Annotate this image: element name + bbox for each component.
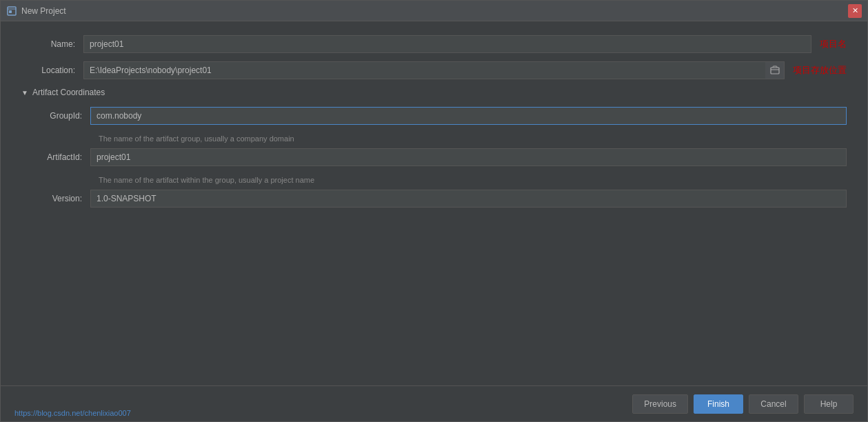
groupid-field [90, 107, 847, 125]
svg-rect-3 [771, 68, 779, 74]
section-toggle[interactable]: ▼ [21, 89, 28, 97]
name-row: Name: 项目名 [21, 35, 847, 53]
previous-button[interactable]: Previous [632, 394, 688, 414]
name-field: 项目名 [83, 35, 847, 53]
svg-rect-2 [9, 10, 12, 13]
location-row: Location: 项目存放位置 [21, 61, 847, 79]
groupid-label: GroupId: [28, 111, 90, 121]
artifactid-field [90, 148, 847, 166]
dialog-footer: https://blog.csdn.net/chenlixiao007 Prev… [1, 385, 867, 421]
name-annotation: 项目名 [820, 38, 847, 50]
name-label: Name: [21, 39, 83, 49]
location-annotation: 项目存放位置 [793, 64, 847, 77]
artifact-coordinates-section: ▼ Artifact Coordinates [21, 88, 847, 97]
dialog-title: New Project [21, 6, 66, 16]
dialog-icon [6, 6, 17, 17]
version-label: Version: [28, 194, 90, 203]
artifact-coordinates-content: GroupId: The name of the artifact group,… [21, 107, 847, 208]
section-title: Artifact Coordinates [32, 88, 105, 97]
version-input[interactable] [90, 190, 847, 208]
version-field [90, 190, 847, 208]
help-button[interactable]: Help [804, 394, 854, 414]
artifactid-label: ArtifactId: [28, 152, 90, 162]
artifactid-input[interactable] [90, 148, 847, 166]
groupid-input[interactable] [90, 107, 847, 125]
close-button[interactable]: ✕ [848, 4, 862, 18]
cancel-button[interactable]: Cancel [749, 394, 798, 414]
artifactid-hint: The name of the artifact within the grou… [37, 174, 847, 190]
new-project-dialog: New Project ✕ Name: 项目名 Location: [0, 0, 868, 422]
location-input-group [83, 61, 785, 79]
location-label: Location: [21, 66, 83, 75]
location-field: 项目存放位置 [83, 61, 847, 79]
dialog-content: Name: 项目名 Location: [1, 21, 867, 385]
version-row: Version: [28, 190, 847, 208]
groupid-hint: The name of the artifact group, usually … [37, 133, 847, 148]
titlebar: New Project ✕ [1, 1, 867, 21]
location-input[interactable] [83, 61, 765, 79]
name-input[interactable] [83, 35, 811, 53]
groupid-row: GroupId: [28, 107, 847, 125]
browse-button[interactable] [765, 61, 785, 79]
close-icon: ✕ [852, 6, 858, 15]
finish-button[interactable]: Finish [694, 394, 743, 414]
artifactid-row: ArtifactId: [28, 148, 847, 166]
footer-link[interactable]: https://blog.csdn.net/chenlixiao007 [14, 409, 131, 417]
